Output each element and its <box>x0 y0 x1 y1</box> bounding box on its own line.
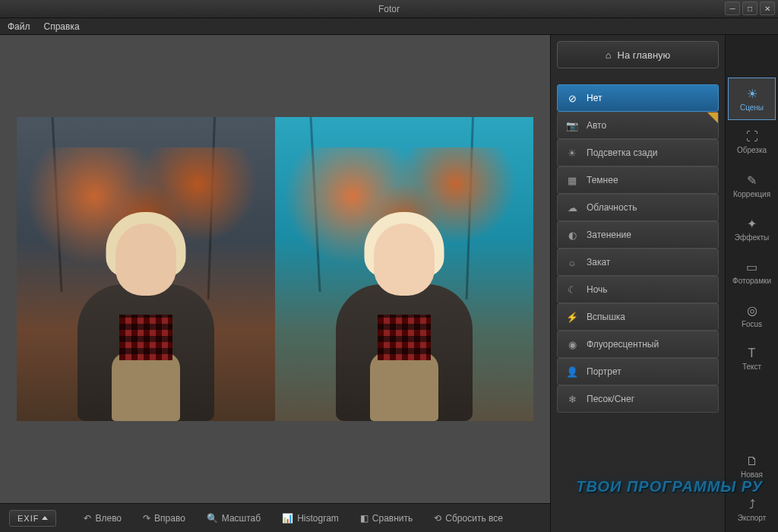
exif-button[interactable]: EXIF <box>9 510 56 527</box>
tab-focus[interactable]: ◎Focus <box>728 294 776 337</box>
tab-icon: ◎ <box>747 303 757 318</box>
scene-item-1[interactable]: 📷Авто <box>557 112 719 139</box>
tab-label: Экспорт <box>738 514 767 522</box>
histogram-button[interactable]: 📊Histogram <box>274 509 346 527</box>
tab-icon: ⛶ <box>746 130 758 144</box>
tab-icon: ✦ <box>747 217 757 231</box>
tab-label: Новая <box>741 470 763 479</box>
tab-текст[interactable]: TТекст <box>728 337 776 380</box>
tab-label: Фоторамки <box>732 277 771 285</box>
scene-item-3[interactable]: ▦Темнее <box>557 166 719 194</box>
scene-label: Флуоресцентный <box>587 339 659 350</box>
zoom-icon: 🔍 <box>207 513 218 524</box>
tab-сцены[interactable]: ☀Сцены <box>728 78 776 120</box>
scene-icon: ◉ <box>565 337 579 351</box>
scene-label: Вспышка <box>587 312 625 322</box>
right-panel: ⌂ На главную ⊘Нет📷Авто☀Подсветка сзади▦Т… <box>550 35 778 532</box>
main-layout: EXIF ↶Влево ↷Вправо 🔍Масштаб 📊Histogram … <box>0 35 778 532</box>
tab-icon: ⤴ <box>749 498 755 511</box>
scene-label: Портрет <box>587 366 621 377</box>
maximize-button[interactable]: □ <box>742 2 757 15</box>
scene-label: Закат <box>587 257 610 268</box>
tab-фоторамки[interactable]: ▭Фоторамки <box>728 251 776 293</box>
menu-help[interactable]: Справка <box>44 21 80 32</box>
photo-comparison[interactable] <box>17 117 533 421</box>
scene-item-8[interactable]: ⚡Вспышка <box>557 303 719 331</box>
canvas-content <box>0 35 550 503</box>
rotate-right-button[interactable]: ↷Вправо <box>135 509 193 527</box>
scene-item-4[interactable]: ☁Облачность <box>557 194 719 221</box>
compare-button[interactable]: ◧Сравнить <box>353 509 420 527</box>
titlebar: Fotor ─ □ ✕ <box>0 0 778 18</box>
scene-item-9[interactable]: ◉Флуоресцентный <box>557 331 719 358</box>
close-button[interactable]: ✕ <box>760 2 775 15</box>
rotate-right-icon: ↷ <box>143 513 150 524</box>
scene-icon: ⊘ <box>565 91 579 105</box>
scene-icon: ☼ <box>565 255 579 269</box>
photo-after <box>275 117 533 421</box>
tab-label: Сцены <box>740 103 764 112</box>
tab-icon: T <box>748 347 756 360</box>
window-controls: ─ □ ✕ <box>725 2 775 15</box>
tab-label: Коррекция <box>733 190 770 198</box>
home-button[interactable]: ⌂ На главную <box>557 41 719 68</box>
scene-label: Песок/Снег <box>587 394 634 404</box>
compare-icon: ◧ <box>360 513 368 524</box>
histogram-icon: 📊 <box>282 513 293 524</box>
window-title: Fotor <box>378 4 400 14</box>
tab-label: Эффекты <box>735 233 769 242</box>
reset-button[interactable]: ⟲Сбросить все <box>426 509 511 527</box>
tab-icon: ☀ <box>747 87 757 101</box>
rotate-left-icon: ↶ <box>84 513 91 524</box>
tab-обрезка[interactable]: ⛶Обрезка <box>728 121 776 163</box>
scene-label: Авто <box>587 120 606 131</box>
tab-новая[interactable]: 🗋Новая <box>728 445 776 488</box>
scene-item-2[interactable]: ☀Подсветка сзади <box>557 139 719 166</box>
scene-label: Ночь <box>587 284 608 295</box>
tab-экспорт[interactable]: ⤴Экспорт <box>728 489 776 531</box>
scene-icon: ☁ <box>565 201 579 214</box>
scene-item-6[interactable]: ☼Закат <box>557 249 719 276</box>
tab-icon: ▭ <box>746 260 757 274</box>
menubar: Файл Справка <box>0 18 778 35</box>
tab-эффекты[interactable]: ✦Эффекты <box>728 207 776 250</box>
scene-icon: 📷 <box>565 119 579 132</box>
bottom-toolbar: EXIF ↶Влево ↷Вправо 🔍Масштаб 📊Histogram … <box>0 503 550 532</box>
scene-icon: ☾ <box>565 283 579 296</box>
scene-label: Затенение <box>587 230 631 240</box>
scene-label: Нет <box>587 93 602 103</box>
scene-icon: ⚡ <box>565 310 579 324</box>
scene-label: Подсветка сзади <box>587 147 657 158</box>
minimize-button[interactable]: ─ <box>725 2 740 15</box>
star-badge-icon <box>707 112 718 123</box>
scene-icon: ◐ <box>565 228 579 242</box>
scene-item-0[interactable]: ⊘Нет <box>557 84 719 112</box>
canvas-area: EXIF ↶Влево ↷Вправо 🔍Масштаб 📊Histogram … <box>0 35 550 532</box>
scene-icon: ☀ <box>565 146 579 160</box>
chevron-up-icon <box>42 516 48 520</box>
right-tabs: ☀Сцены⛶Обрезка✎Коррекция✦Эффекты▭Фоторам… <box>725 35 778 532</box>
scene-item-5[interactable]: ◐Затенение <box>557 221 719 249</box>
scene-icon: 👤 <box>565 365 579 378</box>
tab-коррекция[interactable]: ✎Коррекция <box>728 164 776 207</box>
scene-icon: ❄ <box>565 392 579 406</box>
tab-icon: ✎ <box>747 173 757 188</box>
scene-list: ⌂ На главную ⊘Нет📷Авто☀Подсветка сзади▦Т… <box>551 35 725 532</box>
scene-item-11[interactable]: ❄Песок/Снег <box>557 385 719 413</box>
tab-label: Обрезка <box>737 146 767 154</box>
tab-icon: 🗋 <box>746 454 758 468</box>
menu-file[interactable]: Файл <box>8 21 30 32</box>
tab-label: Focus <box>742 320 762 328</box>
reset-icon: ⟲ <box>434 513 441 524</box>
scene-item-10[interactable]: 👤Портрет <box>557 358 719 385</box>
scene-icon: ▦ <box>565 173 579 187</box>
home-icon: ⌂ <box>606 49 612 61</box>
scene-item-7[interactable]: ☾Ночь <box>557 276 719 303</box>
scene-label: Облачность <box>587 202 637 213</box>
zoom-button[interactable]: 🔍Масштаб <box>199 509 268 527</box>
tab-label: Текст <box>742 363 761 371</box>
photo-before <box>17 117 275 421</box>
scene-label: Темнее <box>587 175 618 185</box>
rotate-left-button[interactable]: ↶Влево <box>76 509 129 527</box>
